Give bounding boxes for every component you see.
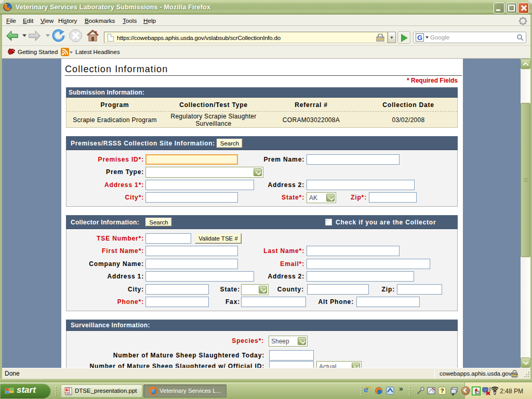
svg-text:?: ? (441, 388, 444, 394)
